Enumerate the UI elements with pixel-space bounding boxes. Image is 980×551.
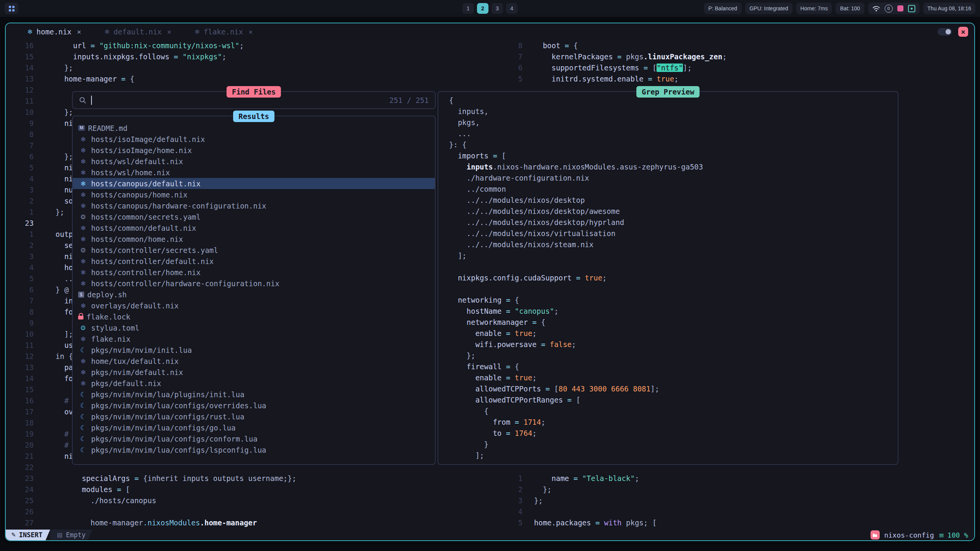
result-item[interactable]: ☾pkgs/nvim/nvim/lua/configs/conform.lua	[73, 433, 435, 444]
code-line[interactable]: 3};	[506, 495, 974, 506]
code-text: ov	[56, 406, 73, 417]
code-line[interactable]: 25 ./hosts/canopus	[6, 495, 506, 506]
line-number: 12	[6, 85, 34, 96]
file-name: hosts/controller/hardware-configuration.…	[91, 279, 279, 288]
result-item[interactable]: ⚙hosts/controller/secrets.yaml	[73, 245, 435, 256]
result-item[interactable]: ❄hosts/canopus/home.nix	[73, 189, 435, 200]
workspace-button-3[interactable]: 3	[492, 3, 503, 14]
result-item[interactable]: MREADME.md	[73, 122, 435, 134]
code-text: };	[56, 207, 64, 218]
code-text: pa	[56, 362, 73, 373]
preview-line: inputs,	[449, 106, 898, 117]
preview-line: ./hardware-configuration.nix	[449, 173, 898, 184]
close-tab-button[interactable]: ×	[167, 28, 171, 36]
result-item[interactable]: ❄hosts/controller/hardware-configuration…	[73, 278, 435, 289]
code-line[interactable]: 27 home-manager.nixosModules.home-manage…	[6, 517, 506, 528]
code-line[interactable]: 2 };	[506, 484, 974, 495]
result-item[interactable]: ❄hosts/wsl/default.nix	[73, 156, 435, 167]
app-launcher-button[interactable]	[5, 3, 18, 14]
notifications-badge[interactable]: 0	[885, 5, 893, 13]
workspace-button-2[interactable]: 2	[477, 3, 488, 14]
code-line[interactable]: 15 inputs.nixpkgs.follows = "nixpkgs";	[6, 51, 506, 62]
recorder-icon[interactable]	[908, 5, 915, 12]
preview-line: ...	[449, 128, 898, 139]
result-item[interactable]: ❄hosts/controller/default.nix	[73, 256, 435, 267]
code-line[interactable]: 13 home-manager = {	[6, 73, 506, 85]
tab-default-nix[interactable]: ❄ default.nix ×	[96, 23, 180, 40]
result-item[interactable]: ☾pkgs/nvim/nvim/init.lua	[73, 344, 435, 355]
line-number: 25	[6, 495, 34, 506]
close-tab-button[interactable]: ×	[77, 28, 81, 36]
code-line[interactable]: 8 boot = {	[506, 40, 974, 51]
tab-home-nix[interactable]: ❄ home.nix ×	[19, 23, 90, 40]
line-number: 22	[6, 462, 34, 473]
file-name: pkgs/default.nix	[91, 379, 161, 388]
clock: Thu Aug 08, 18:16	[923, 3, 975, 14]
color-swatch-icon[interactable]	[897, 5, 903, 11]
code-line[interactable]: 1 name = "Tela-black";	[506, 473, 974, 484]
result-item[interactable]: ❄hosts/common/default.nix	[73, 222, 435, 233]
code-line[interactable]: 6 supportedFilesystems = ["ntfs"];	[506, 62, 974, 73]
line-number: 1	[6, 207, 34, 218]
result-item[interactable]: ☾pkgs/nvim/nvim/lua/configs/rust.lua	[73, 411, 435, 422]
code-line[interactable]: 26	[6, 506, 506, 517]
line-number: 4	[506, 506, 523, 517]
file-name: pkgs/nvim/nvim/lua/configs/lspconfig.lua	[91, 446, 266, 454]
result-item[interactable]: ❄hosts/controller/home.nix	[73, 267, 435, 278]
result-item[interactable]: ❄home/tux/default.nix	[73, 355, 435, 367]
result-item[interactable]: $deploy.sh	[73, 289, 435, 300]
code-line[interactable]: 5 initrd.systemd.enable = true;	[506, 73, 974, 85]
code-text: #	[56, 440, 69, 451]
file-name: hosts/wsl/default.nix	[91, 157, 183, 166]
result-item[interactable]: ☾pkgs/nvim/nvim/lua/configs/lspconfig.lu…	[73, 444, 435, 455]
mode-indicator: ✎ INSERT	[6, 530, 50, 540]
result-item[interactable]: ☾pkgs/nvim/nvim/lua/plugins/init.lua	[73, 389, 435, 400]
code-line[interactable]: 14 };	[6, 62, 506, 73]
result-item[interactable]: ❄hosts/common/home.nix	[73, 233, 435, 245]
result-item[interactable]: flake.lock	[73, 311, 435, 322]
result-item[interactable]: ❄pkgs/nvim/default.nix	[73, 367, 435, 378]
preview-line: allowedTCPPorts = [80 443 3000 6666 8081…	[449, 383, 898, 395]
nix-file-icon: ❄	[78, 333, 88, 344]
code-text: so	[56, 196, 73, 207]
line-number: 9	[6, 318, 34, 329]
code-text: ni	[56, 162, 73, 173]
code-line[interactable]: 7 kernelPackages = pkgs.linuxPackages_ze…	[506, 51, 974, 62]
close-window-button[interactable]: ×	[958, 27, 968, 37]
result-item[interactable]: ❄hosts/isoImage/home.nix	[73, 145, 435, 156]
line-number: 6	[6, 284, 34, 295]
lua-file-icon: ☾	[78, 422, 88, 433]
result-item[interactable]: ⚙stylua.toml	[73, 322, 435, 333]
file-name: deploy.sh	[87, 290, 127, 299]
result-item[interactable]: ❄overlays/default.nix	[73, 300, 435, 311]
workspace-button-1[interactable]: 1	[462, 3, 474, 14]
tab-flake-nix[interactable]: ❄ flake.nix ×	[186, 23, 261, 40]
preview-line: {	[449, 406, 898, 417]
result-item[interactable]: ☾pkgs/nvim/nvim/lua/configs/overrides.lu…	[73, 400, 435, 411]
scroll-position: ≡ 100 %	[939, 531, 968, 539]
result-item[interactable]: ❄hosts/canopus/hardware-configuration.ni…	[73, 200, 435, 211]
split-toggle-button[interactable]	[938, 28, 952, 36]
wifi-icon[interactable]	[872, 5, 880, 12]
result-item[interactable]: ❄flake.nix	[73, 333, 435, 344]
close-tab-button[interactable]: ×	[248, 28, 253, 36]
code-line[interactable]: 24 modules = [	[6, 484, 506, 495]
result-item[interactable]: ❄hosts/canopus/default.nix	[73, 178, 435, 189]
preview-body: { inputs, pkgs, ...}: { imports = [ inpu…	[438, 92, 898, 460]
line-number: 11	[6, 96, 34, 107]
code-line[interactable]: 23 specialArgs = {inherit inputs outputs…	[6, 473, 506, 484]
result-item[interactable]: ❄hosts/isoImage/default.nix	[73, 134, 435, 145]
result-item[interactable]: ☾pkgs/nvim/nvim/lua/configs/go.lua	[73, 422, 435, 433]
workspace-button-4[interactable]: 4	[506, 3, 518, 14]
project-name: nixos-config	[884, 531, 934, 539]
code-text: boot = {	[534, 40, 578, 51]
code-line[interactable]: 4	[506, 506, 974, 517]
line-number: 8	[506, 40, 523, 51]
result-item[interactable]: ❄hosts/wsl/home.nix	[73, 167, 435, 178]
code-line[interactable]: 5home.packages = with pkgs; [	[506, 517, 974, 528]
nix-file-icon: ❄	[78, 156, 88, 167]
result-item[interactable]: ❄pkgs/default.nix	[73, 378, 435, 389]
line-number: 8	[6, 306, 34, 318]
result-item[interactable]: ⚙hosts/common/secrets.yaml	[73, 211, 435, 222]
code-line[interactable]: 16 url = "github:nix-community/nixos-wsl…	[6, 40, 506, 51]
